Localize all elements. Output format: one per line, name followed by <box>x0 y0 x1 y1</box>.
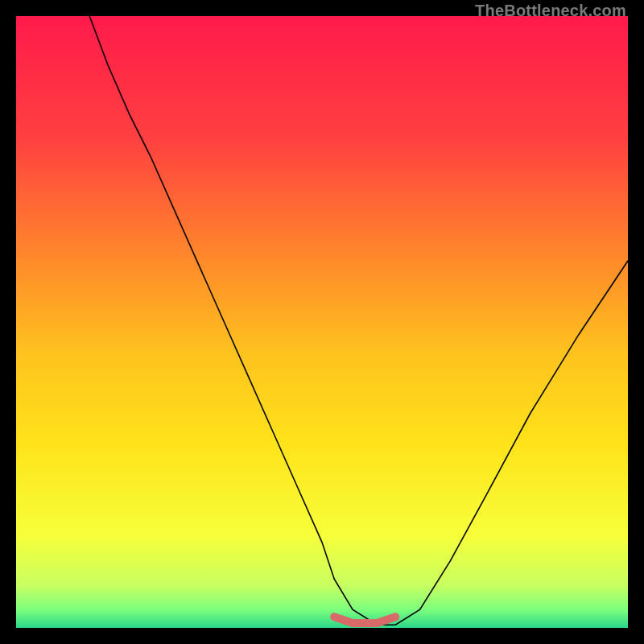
bottleneck-chart <box>16 16 628 628</box>
watermark-text: TheBottleneck.com <box>475 2 626 20</box>
gradient-background <box>16 16 628 628</box>
